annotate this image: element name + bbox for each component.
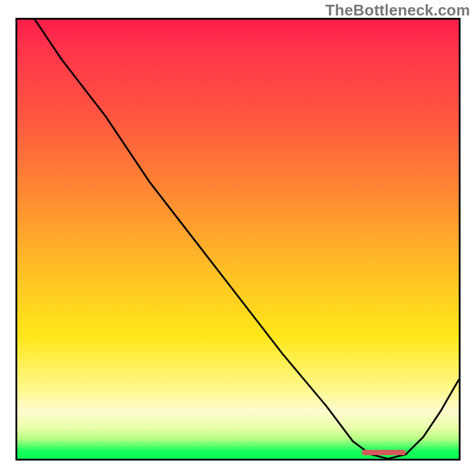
chart-frame [15, 18, 461, 461]
optimal-marker [362, 450, 406, 455]
watermark: TheBottleneck.com [325, 1, 470, 20]
bottleneck-curve [17, 20, 459, 459]
